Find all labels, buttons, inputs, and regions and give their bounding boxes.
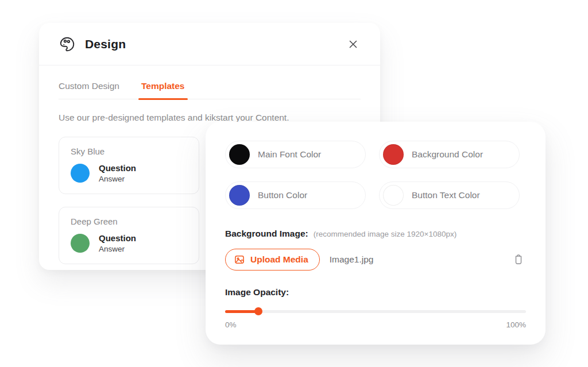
opacity-min-label: 0% (225, 320, 237, 329)
background-color-swatch (383, 144, 404, 165)
color-option-label: Button Color (258, 190, 307, 200)
color-option-label: Main Font Color (258, 149, 321, 160)
uploaded-file-name: Image1.jpg (330, 254, 374, 265)
template-question-label: Question (99, 233, 136, 243)
button-color-picker[interactable]: Button Color (225, 181, 366, 209)
trash-icon[interactable] (511, 252, 526, 267)
button-text-color-swatch (383, 185, 404, 206)
background-image-section: Background Image: (recommended image siz… (225, 229, 526, 239)
tab-templates[interactable]: Templates (141, 81, 185, 91)
design-tabs: Custom Design Templates (59, 81, 361, 99)
opacity-slider-fill (225, 310, 258, 313)
upload-media-button[interactable]: Upload Media (225, 249, 320, 271)
opacity-slider[interactable] (225, 307, 526, 315)
recommended-size-hint: (recommended image size 1920×1080px) (314, 230, 457, 238)
background-color-picker[interactable]: Background Color (379, 141, 520, 168)
image-opacity-section: Image Opacity: 0% 100% (225, 287, 526, 329)
template-answer-label: Answer (99, 245, 136, 253)
template-card-sky-blue[interactable]: Sky Blue Question Answer (59, 137, 199, 194)
opacity-range-labels: 0% 100% (225, 320, 526, 329)
button-color-swatch (229, 185, 250, 206)
opacity-max-label: 100% (506, 320, 526, 329)
template-name: Deep Green (71, 217, 187, 226)
custom-design-settings-panel: Main Font Color Background Color Button … (206, 122, 546, 345)
opacity-slider-track[interactable] (225, 310, 526, 313)
main-font-color-picker[interactable]: Main Font Color (225, 141, 366, 168)
color-options-grid: Main Font Color Background Color Button … (225, 141, 526, 209)
main-font-color-swatch (229, 144, 250, 165)
template-question-label: Question (99, 163, 136, 173)
button-text-color-picker[interactable]: Button Text Color (379, 181, 520, 209)
template-color-dot (71, 164, 90, 183)
image-icon (234, 254, 245, 265)
upload-media-label: Upload Media (250, 254, 308, 265)
template-preview: Question Answer (71, 233, 187, 253)
template-preview: Question Answer (71, 163, 187, 183)
page-background: Design Custom Design Templates Use our p… (0, 0, 588, 367)
color-option-label: Button Text Color (412, 190, 480, 200)
opacity-slider-thumb[interactable] (254, 307, 262, 315)
template-name: Sky Blue (71, 146, 187, 156)
background-image-label: Background Image: (225, 229, 308, 239)
tab-custom-design[interactable]: Custom Design (59, 81, 119, 91)
close-icon[interactable] (346, 37, 361, 52)
dialog-title: Design (85, 37, 126, 51)
template-answer-label: Answer (99, 175, 136, 183)
color-option-label: Background Color (412, 149, 483, 160)
image-opacity-label: Image Opacity: (225, 287, 526, 298)
design-dialog-header: Design (39, 23, 380, 65)
template-color-dot (71, 234, 90, 253)
palette-icon (59, 36, 76, 53)
upload-row: Upload Media Image1.jpg (225, 249, 526, 271)
template-card-deep-green[interactable]: Deep Green Question Answer (59, 207, 199, 264)
